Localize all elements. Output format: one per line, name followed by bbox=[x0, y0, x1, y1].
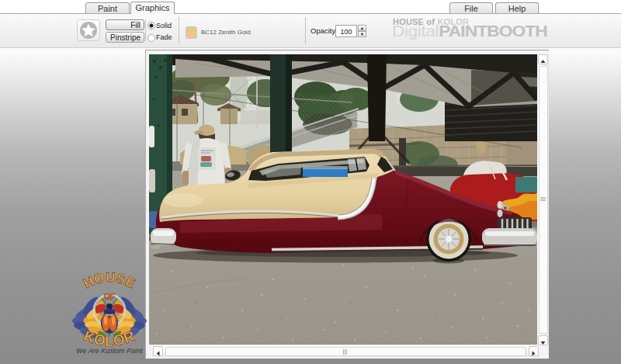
svg-text:HOUSE: HOUSE bbox=[82, 270, 138, 291]
svg-text:OF: OF bbox=[104, 292, 116, 301]
svg-text:We Are Kustom Paint: We Are Kustom Paint bbox=[76, 347, 143, 355]
